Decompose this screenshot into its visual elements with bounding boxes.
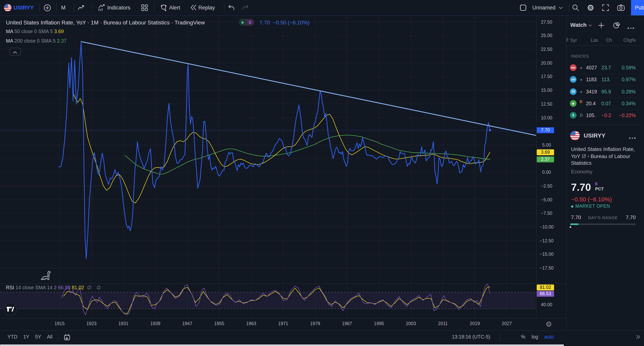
watchlist-row[interactable]: 1001183113.0.97% xyxy=(566,74,642,86)
column-last[interactable]: Las xyxy=(591,38,598,42)
indicators-icon[interactable] xyxy=(98,4,105,11)
chevron-up-icon xyxy=(13,51,17,54)
range-marker: ▲ xyxy=(569,225,572,229)
symbol-button[interactable]: USIRYY xyxy=(14,0,34,15)
price-axis-border xyxy=(536,15,537,318)
price-axis[interactable]: 27.5025.0022.5020.0017.5015.0012.5010.00… xyxy=(536,15,565,318)
price-label-badge[interactable]: 2.37 xyxy=(537,156,554,162)
interval-button[interactable]: M xyxy=(61,0,66,15)
log-scale-button[interactable]: log xyxy=(532,331,538,344)
layout-select-icon[interactable] xyxy=(520,4,526,11)
column-chg[interactable]: Ch xyxy=(606,38,612,42)
card-symbol[interactable]: USIRYY xyxy=(584,132,606,139)
price-label-badge[interactable]: 7.70 xyxy=(537,127,554,133)
settings-gear-icon[interactable] xyxy=(587,4,594,11)
symbol-logo: 100 xyxy=(570,76,576,83)
legend-title-row[interactable]: United States Inflation Rate, YoY · 1M ·… xyxy=(6,19,205,26)
price-axis-label: −15.00 xyxy=(536,252,557,257)
range-label: DAY'S RANGE xyxy=(588,215,618,220)
tradingview-logo[interactable] xyxy=(4,303,17,316)
chart-type-icon[interactable] xyxy=(78,5,84,11)
range-all-button[interactable]: All xyxy=(47,331,52,344)
market-status-dot xyxy=(580,91,582,93)
last-price: 1183 xyxy=(586,77,602,82)
legend-price: 7.70 xyxy=(260,20,270,26)
add-symbol-icon[interactable] xyxy=(598,22,604,28)
market-status-pill[interactable]: E xyxy=(239,19,254,26)
screenshot-camera-icon[interactable] xyxy=(617,4,625,11)
layout-name-button[interactable]: Unnamed xyxy=(532,0,556,15)
bottom-toolbar: YTD 1Y 5Y All 13:18:16 (UTC-5) % log aut… xyxy=(0,330,644,344)
watchlist-row[interactable]: $D105.−0.2−0.22% xyxy=(566,110,642,122)
legend-ma50-row[interactable]: MA 50 close 0 SMA 5 3.69 xyxy=(6,29,64,34)
pane-separator[interactable] xyxy=(0,283,566,284)
rsi-label-badge[interactable]: 66.53 xyxy=(537,291,554,297)
change-percent: 0.34% xyxy=(613,101,636,106)
rsi-band xyxy=(0,292,536,309)
watchlist-row[interactable]: 500402723.70.59% xyxy=(566,62,642,74)
compare-add-icon[interactable] xyxy=(44,4,51,11)
card-eod-flag: E xyxy=(595,181,598,186)
publish-button[interactable]: Pub xyxy=(631,0,644,15)
watchlist-menu-icon[interactable] xyxy=(626,24,634,30)
price-axis-label: −12.50 xyxy=(536,238,557,244)
chevron-down-icon[interactable] xyxy=(559,7,563,9)
goto-date-icon[interactable] xyxy=(64,334,70,341)
price-axis-label: −17.50 xyxy=(536,265,557,271)
series-ma-50[interactable] xyxy=(73,93,490,203)
replay-icon[interactable] xyxy=(190,5,196,10)
external-link-icon[interactable] xyxy=(582,154,586,158)
range-ytd-button[interactable]: YTD xyxy=(8,331,17,344)
watchlist-panel: Watch Syr Las Ch Chg% INDICES 500402723.… xyxy=(566,15,642,330)
redo-icon[interactable] xyxy=(242,4,249,11)
search-icon[interactable] xyxy=(572,4,579,11)
range-high: 7.70 xyxy=(620,214,636,220)
watchlist-row[interactable]: 30341995.90.28% xyxy=(566,86,642,98)
fullscreen-icon[interactable] xyxy=(602,4,609,11)
replay-button[interactable]: Replay xyxy=(198,0,215,15)
watchlist-row[interactable]: ◆D20.40.070.34% xyxy=(566,98,642,110)
trendline-drawing[interactable] xyxy=(81,41,536,135)
indicators-button[interactable]: Indicators xyxy=(107,0,130,15)
legend-collapse-button[interactable] xyxy=(10,48,21,55)
alert-button[interactable]: Alert xyxy=(169,0,180,15)
undo-icon[interactable] xyxy=(228,4,235,11)
price-axis-label: 12.50 xyxy=(536,101,557,107)
price-axis-label: −2.50 xyxy=(536,183,557,189)
card-change: −0.50 (−6.10%) xyxy=(571,196,612,203)
chevron-down-icon[interactable] xyxy=(588,24,592,26)
range-1y-button[interactable]: 1Y xyxy=(23,331,30,344)
rsi-label-badge[interactable]: 81.02 xyxy=(537,285,554,291)
legend-change: −0.50 (−6.10%) xyxy=(273,20,310,26)
card-menu-icon[interactable] xyxy=(628,134,636,140)
expand-panel-icon[interactable] xyxy=(636,335,640,339)
time-axis[interactable]: 1915192319311939194719551963197119791987… xyxy=(0,318,566,330)
axis-settings-gear-icon[interactable] xyxy=(546,321,552,327)
layout-grid-icon[interactable] xyxy=(141,4,148,11)
percent-scale-button[interactable]: % xyxy=(521,331,525,344)
alert-icon[interactable] xyxy=(160,4,168,11)
auto-scale-button[interactable]: auto xyxy=(544,331,554,344)
ma50-label: MA xyxy=(6,29,13,34)
market-status: MARKET OPEN xyxy=(576,204,610,208)
clock[interactable]: 13:18:16 (UTC-5) xyxy=(442,331,490,344)
delayed-data-flag: D xyxy=(580,100,582,104)
column-chgp[interactable]: Chg% xyxy=(621,38,636,42)
market-open-dot xyxy=(571,205,574,208)
flag-column-icon[interactable] xyxy=(566,38,568,42)
price-axis-label: −10.00 xyxy=(536,224,557,230)
range-5y-button[interactable]: 5Y xyxy=(35,331,41,344)
card-description: United States Inflation Rate, YoY • Bure… xyxy=(571,146,639,166)
price-axis-label: −5.00 xyxy=(536,197,557,202)
pie-chart-icon[interactable] xyxy=(613,22,620,29)
watchlist-title[interactable]: Watch xyxy=(570,22,586,28)
dino-icon[interactable] xyxy=(40,270,52,281)
card-sector[interactable]: Economy xyxy=(571,169,592,175)
price-label-badge[interactable]: 3.69 xyxy=(537,149,554,155)
column-symbol[interactable]: Syr xyxy=(570,38,577,42)
rsi-legend-row[interactable]: RSI 14 close SMA 14 2 66.53 81.02 ∅ ∅ xyxy=(6,285,103,291)
legend-ma200-row[interactable]: MA 200 close 0 SMA 5 2.37 xyxy=(6,38,66,43)
watchlist-section-label[interactable]: INDICES xyxy=(571,54,589,58)
legend-title: United States Inflation Rate, YoY · 1M ·… xyxy=(6,19,205,26)
price-chart[interactable] xyxy=(0,0,536,330)
